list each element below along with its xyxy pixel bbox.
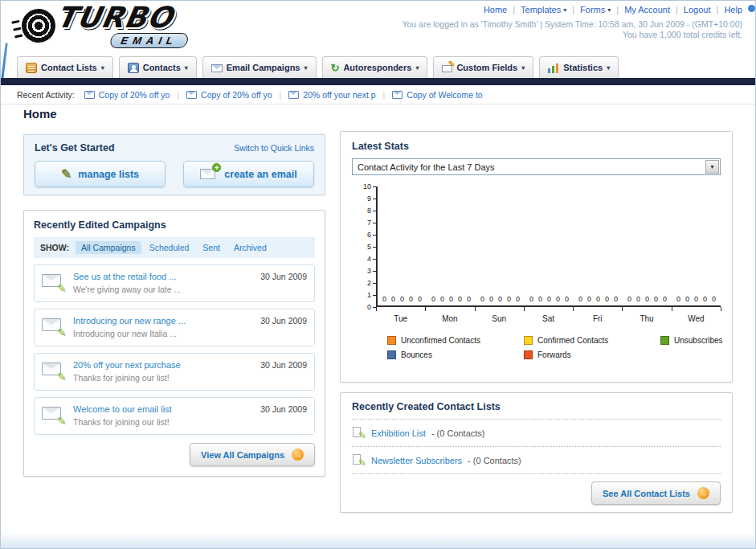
corner-accent-dot [748, 5, 755, 12]
campaign-row[interactable]: ✎ Welcome to our email list Thanks for j… [34, 397, 315, 435]
manage-lists-button[interactable]: ✎ manage lists [35, 161, 166, 187]
y-axis-tick-label: 4 [367, 255, 376, 263]
tab-custom-fields[interactable]: Custom Fields ▾ [433, 56, 533, 78]
top-nav-templates[interactable]: Templates▾ [521, 5, 566, 14]
chart-value-label: 0 [703, 296, 707, 303]
top-nav-help[interactable]: Help [724, 5, 742, 14]
chart-value-group: 00000 [427, 186, 476, 305]
x-axis-tick [475, 307, 476, 311]
chart-value-label: 0 [507, 296, 511, 303]
chart-value-label: 0 [712, 296, 716, 303]
recent-campaigns-panel: Recently Edited Campaigns SHOW: All Camp… [23, 210, 325, 477]
tab-autoresponders[interactable]: ↻ Autoresponders ▾ [322, 56, 428, 78]
campaign-date: 30 Jun 2009 [260, 404, 307, 427]
campaign-row[interactable]: ✎ Introducing our new range ... Introduc… [34, 309, 315, 346]
top-nav-logout[interactable]: Logout [684, 5, 711, 14]
contact-list-row[interactable]: ✎ Newsletter Subscribers - (0 Contacts) [352, 447, 721, 467]
separator: | [383, 90, 386, 100]
chart-value-label: 0 [440, 296, 444, 303]
x-axis-label: Fri [573, 312, 622, 326]
top-nav-forms[interactable]: Forms▾ [580, 5, 611, 14]
envelope-plus-icon: + [200, 168, 218, 180]
chart-value-label: 0 [685, 296, 689, 303]
contacts-icon [128, 63, 139, 73]
chart-value-label: 0 [645, 296, 649, 303]
y-axis-tick-label: 0 [367, 303, 376, 311]
main-nav: Contact Lists ▾ Contacts ▾ Email Campaig… [1, 54, 755, 78]
tab-email-campaigns[interactable]: Email Campaigns ▾ [202, 56, 317, 78]
contact-list-row[interactable]: ✎ Exhibition List - (0 Contacts) [352, 420, 721, 440]
top-nav: Home | Templates▾ | Forms▾ | My Account … [484, 5, 742, 14]
turbo-email-logo[interactable]: TURBO EMAIL [9, 2, 234, 51]
contact-list-link[interactable]: Newsletter Subscribers [371, 456, 462, 465]
autoresponders-icon: ↻ [331, 63, 340, 73]
credits-info: You have 1,000 total credits left. [623, 30, 742, 39]
recent-activity-bar: Recent Activity: Copy of 20% off yo | Co… [1, 85, 755, 104]
contact-list-count: - (0 Contacts) [468, 456, 521, 465]
top-nav-my-account[interactable]: My Account [624, 5, 670, 14]
recent-activity-item[interactable]: Copy of 20% off yo [84, 90, 170, 100]
chart-value-group: 00000 [476, 186, 525, 305]
chart-value-label: 0 [480, 296, 484, 303]
campaign-title-link[interactable]: See us at the retail food ... [73, 272, 253, 281]
header: TURBO EMAIL Home | Templates▾ | Forms▾ |… [1, 1, 755, 52]
chart-value-label: 0 [458, 296, 462, 303]
x-axis-ticks [376, 307, 721, 312]
chart-value-label: 0 [467, 296, 471, 303]
activity-range-value: Contact Activity for the Last 7 Days [358, 162, 495, 172]
tab-contacts[interactable]: Contacts ▾ [119, 56, 197, 78]
y-axis-tick-label: 9 [367, 195, 376, 203]
chart-value-group: 00000 [574, 186, 623, 305]
filter-archived[interactable]: Archived [228, 241, 272, 254]
chart-value-label: 0 [400, 296, 404, 303]
y-axis-tick-label: 6 [367, 231, 376, 239]
chevron-down-icon: ▾ [563, 6, 566, 14]
chart-value-label: 0 [529, 296, 533, 303]
separator: | [572, 5, 574, 14]
x-axis-tick [622, 307, 623, 311]
tab-contact-lists[interactable]: Contact Lists ▾ [17, 56, 113, 78]
chart-value-label: 0 [605, 296, 609, 303]
campaign-row[interactable]: ✎ See us at the retail food ... We're gi… [34, 264, 315, 302]
list-edit-icon: ✎ [352, 426, 366, 440]
campaign-title-link[interactable]: 20% off your next purchase [73, 360, 253, 370]
arrow-right-icon: → [697, 487, 709, 499]
chart-value-label: 0 [614, 296, 618, 303]
x-axis-label: Tue [376, 312, 425, 326]
see-all-contact-lists-button[interactable]: See All Contact Lists → [591, 481, 721, 505]
campaign-row[interactable]: ✎ 20% off your next purchase Thanks for … [34, 353, 315, 391]
filter-scheduled[interactable]: Scheduled [144, 241, 195, 254]
filter-sent[interactable]: Sent [197, 241, 226, 254]
filter-all-campaigns[interactable]: All Campaigns [76, 241, 141, 254]
separator: | [717, 5, 719, 14]
switch-quick-links-link[interactable]: Switch to Quick Links [234, 143, 314, 153]
campaign-title-link[interactable]: Introducing our new range ... [73, 316, 253, 326]
latest-stats-title: Latest Stats [352, 141, 721, 152]
y-axis-tick-label: 3 [367, 267, 376, 275]
view-all-campaigns-button[interactable]: View All Campaigns → [190, 443, 315, 466]
x-axis-labels: TueMonSunSatFriThuWed [376, 312, 721, 326]
separator: | [513, 5, 515, 14]
chart-value-label: 0 [431, 296, 435, 303]
chevron-down-icon: ▾ [607, 6, 611, 14]
create-email-button[interactable]: + create an email [183, 161, 314, 187]
tab-statistics[interactable]: Statistics ▾ [539, 56, 619, 78]
recent-activity-item[interactable]: Copy of Welcome to [392, 90, 482, 100]
activity-range-select[interactable]: Contact Activity for the Last 7 Days ▼ [352, 158, 721, 175]
contact-list-link[interactable]: Exhibition List [371, 428, 426, 438]
chart-value-label: 0 [418, 296, 422, 303]
y-axis-tick-label: 5 [367, 243, 376, 251]
top-nav-home[interactable]: Home [484, 5, 507, 14]
chevron-down-icon: ▾ [521, 64, 525, 72]
logo-text: TURBO EMAIL [51, 2, 195, 48]
legend-item: Confirmed Contacts [524, 336, 660, 345]
campaign-title-link[interactable]: Welcome to our email list [73, 404, 253, 414]
email-edit-icon: ✎ [42, 404, 66, 425]
get-started-title: Let's Get Started [35, 142, 115, 154]
campaign-subtitle: Thanks for joining our list! [73, 373, 253, 383]
chart-value-label: 0 [547, 296, 551, 303]
chart-value-label: 0 [694, 296, 698, 303]
recent-activity-item[interactable]: Copy of 20% off yo [186, 90, 272, 100]
chart-value-label: 0 [516, 296, 520, 303]
recent-activity-item[interactable]: 20% off your next p [288, 90, 375, 100]
